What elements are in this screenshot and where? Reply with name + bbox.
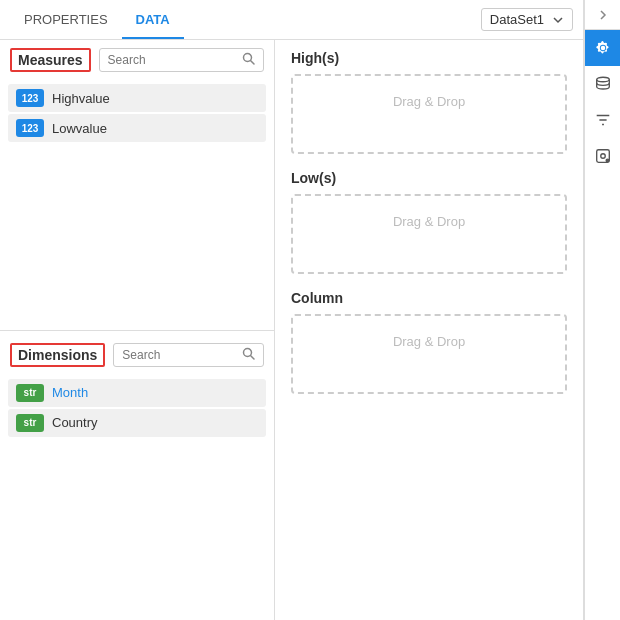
- field-name-month: Month: [52, 385, 88, 400]
- chevron-right-icon: [597, 9, 609, 21]
- tab-properties[interactable]: PROPERTIES: [10, 2, 122, 39]
- highs-drop-placeholder: Drag & Drop: [393, 94, 465, 109]
- filter-button[interactable]: [585, 102, 621, 138]
- field-badge-month: str: [16, 384, 44, 402]
- tabs-header: PROPERTIES DATA DataSet1: [0, 0, 583, 40]
- field-badge-country: str: [16, 414, 44, 432]
- lows-drop-placeholder: Drag & Drop: [393, 214, 465, 229]
- field-badge-highvalue: 123: [16, 89, 44, 107]
- content-area: Measures 123 Highvalue: [0, 40, 583, 620]
- tab-data[interactable]: DATA: [122, 2, 184, 39]
- filter-icon: [594, 111, 612, 129]
- right-panel: High(s) Drag & Drop Low(s) Drag & Drop C…: [275, 40, 583, 620]
- dataset-selector[interactable]: DataSet1: [481, 8, 573, 31]
- column-section: Column Drag & Drop: [291, 290, 567, 394]
- svg-point-6: [600, 154, 605, 159]
- dimensions-fields-list: str Month str Country: [0, 375, 274, 621]
- dimensions-search-box[interactable]: [113, 343, 264, 367]
- dimensions-label: Dimensions: [10, 343, 105, 367]
- dimensions-search-icon: [242, 347, 255, 363]
- column-drop-placeholder: Drag & Drop: [393, 334, 465, 349]
- column-drop-zone[interactable]: Drag & Drop: [291, 314, 567, 394]
- field-name-country: Country: [52, 415, 98, 430]
- highs-drop-zone[interactable]: Drag & Drop: [291, 74, 567, 154]
- section-divider: [0, 330, 274, 331]
- dataset-label: DataSet1: [490, 12, 544, 27]
- settings-alt-button[interactable]: [585, 138, 621, 174]
- highs-title: High(s): [291, 50, 567, 66]
- gear-button[interactable]: [585, 30, 621, 66]
- lows-section: Low(s) Drag & Drop: [291, 170, 567, 274]
- list-item[interactable]: str Country: [8, 409, 266, 437]
- list-item[interactable]: str Month: [8, 379, 266, 407]
- measures-search-box[interactable]: [99, 48, 264, 72]
- measures-search-input[interactable]: [108, 53, 238, 67]
- settings-alt-icon: [594, 147, 612, 165]
- field-badge-lowvalue: 123: [16, 119, 44, 137]
- database-button[interactable]: [585, 66, 621, 102]
- column-title: Column: [291, 290, 567, 306]
- lows-title: Low(s): [291, 170, 567, 186]
- database-icon: [594, 75, 612, 93]
- svg-point-4: [596, 77, 609, 82]
- measures-section-header: Measures: [0, 40, 274, 80]
- collapse-button[interactable]: [585, 0, 621, 30]
- svg-line-1: [251, 61, 255, 65]
- gear-icon: [594, 39, 612, 57]
- measures-fields-list: 123 Highvalue 123 Lowvalue: [0, 80, 274, 326]
- measures-label: Measures: [10, 48, 91, 72]
- icon-sidebar: [584, 0, 620, 620]
- highs-section: High(s) Drag & Drop: [291, 50, 567, 154]
- field-name-highvalue: Highvalue: [52, 91, 110, 106]
- lows-drop-zone[interactable]: Drag & Drop: [291, 194, 567, 274]
- measures-search-icon: [242, 52, 255, 68]
- list-item[interactable]: 123 Highvalue: [8, 84, 266, 112]
- svg-point-7: [606, 159, 609, 162]
- field-name-lowvalue: Lowvalue: [52, 121, 107, 136]
- chevron-down-icon: [552, 14, 564, 26]
- left-panel: Measures 123 Highvalue: [0, 40, 275, 620]
- dimensions-search-input[interactable]: [122, 348, 238, 362]
- svg-line-3: [251, 355, 255, 359]
- dimensions-section-header: Dimensions: [0, 335, 274, 375]
- list-item[interactable]: 123 Lowvalue: [8, 114, 266, 142]
